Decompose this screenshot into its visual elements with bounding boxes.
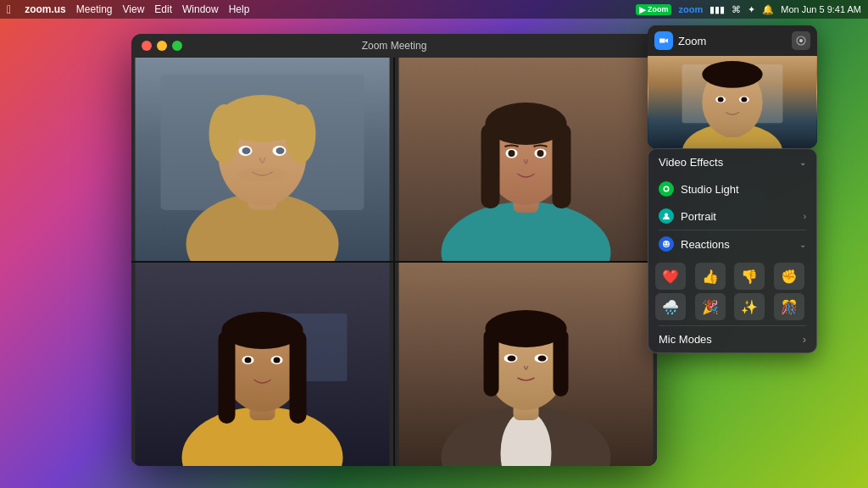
video-effects-chevron-icon[interactable]: ⌄ <box>799 158 806 167</box>
menubar-left:  zoom.us Meeting View Edit Window Help <box>7 3 249 16</box>
traffic-lights[interactable] <box>142 41 182 51</box>
svg-point-10 <box>242 147 251 154</box>
mic-modes-item[interactable]: Mic Modes › <box>648 326 816 352</box>
svg-rect-42 <box>484 329 499 396</box>
video-effects-title: Video Effects <box>659 156 723 169</box>
svg-point-12 <box>237 168 288 181</box>
svg-rect-19 <box>553 124 571 208</box>
menubar:  zoom.us Meeting View Edit Window Help … <box>0 0 868 19</box>
camera-app-label: Zoom <box>648 5 669 14</box>
zoom-mini-window: Zoom <box>648 25 817 148</box>
svg-point-62 <box>665 187 668 191</box>
zoom-mini-settings-button[interactable] <box>792 31 810 50</box>
reactions-grid: ❤️ 👍 👎 ✊ 🌧️ 🎉 ✨ 🎊 <box>648 258 816 325</box>
portrait-icon <box>659 208 674 224</box>
svg-point-47 <box>538 356 547 362</box>
close-button[interactable] <box>142 41 152 51</box>
reaction-sparkle[interactable]: ✨ <box>734 293 765 320</box>
menu-window[interactable]: Window <box>182 3 219 15</box>
menu-edit[interactable]: Edit <box>154 3 172 15</box>
video-effects-header: Video Effects ⌄ <box>648 149 816 175</box>
studio-light-icon <box>659 181 674 197</box>
studio-light-label: Studio Light <box>681 183 806 196</box>
menu-help[interactable]: Help <box>229 3 250 15</box>
minimize-button[interactable] <box>157 41 167 51</box>
video-effects-panel: Video Effects ⌄ Studio Light Portrait › <box>648 148 817 353</box>
app-name[interactable]: zoom.us <box>25 3 66 15</box>
svg-point-56 <box>702 61 762 88</box>
reactions-label: Reactions <box>681 238 793 251</box>
zoom-mini-titlebar: Zoom <box>648 25 817 56</box>
svg-rect-31 <box>290 330 307 424</box>
svg-point-59 <box>718 97 724 103</box>
reaction-confetti[interactable]: 🎊 <box>774 293 804 320</box>
reactions-icon <box>659 236 674 252</box>
mic-modes-label: Mic Modes <box>659 333 712 346</box>
video-grid <box>131 58 657 466</box>
reactions-item[interactable]: Reactions ⌄ <box>648 230 816 258</box>
studio-light-item[interactable]: Studio Light <box>648 175 816 202</box>
notification-icon: 🔔 <box>762 4 774 15</box>
svg-rect-30 <box>219 330 236 424</box>
zoom-meeting-window: Zoom Meeting <box>131 34 657 466</box>
reaction-heart[interactable]: ❤️ <box>655 263 686 290</box>
wifi-icon: ⌘ <box>732 4 741 15</box>
reaction-thumbsup[interactable]: 👍 <box>695 263 726 290</box>
svg-point-6 <box>209 104 240 164</box>
reaction-thumbsdown[interactable]: 👎 <box>734 263 765 290</box>
bluetooth-icon: ✦ <box>748 4 755 15</box>
battery-icon: ▮▮▮ <box>709 4 725 15</box>
svg-point-60 <box>741 97 747 103</box>
zoom-logo-menubar: zoom <box>678 4 703 14</box>
video-cell-1 <box>131 58 393 261</box>
svg-point-46 <box>508 356 516 362</box>
zoom-mini-video <box>648 56 817 148</box>
svg-point-65 <box>664 242 665 244</box>
reactions-chevron-icon: ⌄ <box>799 240 806 249</box>
portrait-item[interactable]: Portrait › <box>648 202 816 230</box>
svg-point-34 <box>245 358 252 363</box>
time-display: Mon Jun 5 9:41 AM <box>781 4 861 14</box>
svg-point-49 <box>799 39 803 42</box>
zoom-logo <box>654 31 673 50</box>
zoom-titlebar: Zoom Meeting <box>131 34 657 58</box>
svg-point-63 <box>665 214 668 217</box>
svg-rect-18 <box>481 124 500 208</box>
reaction-fist[interactable]: ✊ <box>774 263 804 290</box>
portrait-chevron-icon: › <box>804 212 806 221</box>
camera-status-badge: ▶ Zoom <box>636 4 672 15</box>
svg-point-7 <box>286 104 316 164</box>
video-cell-2 <box>395 58 657 261</box>
svg-rect-43 <box>554 329 569 396</box>
reaction-party[interactable]: 🎉 <box>695 293 726 320</box>
menu-meeting[interactable]: Meeting <box>76 3 113 15</box>
portrait-label: Portrait <box>681 210 797 223</box>
window-title: Zoom Meeting <box>362 40 427 52</box>
reaction-cloud[interactable]: 🌧️ <box>655 293 686 320</box>
menu-view[interactable]: View <box>123 3 145 15</box>
svg-point-22 <box>509 150 515 157</box>
svg-point-11 <box>276 147 285 154</box>
svg-point-66 <box>667 242 669 244</box>
zoom-mini-app-name: Zoom <box>678 35 787 47</box>
mic-modes-chevron-icon: › <box>803 333 806 346</box>
menubar-right: ▶ Zoom zoom ▮▮▮ ⌘ ✦ 🔔 Mon Jun 5 9:41 AM <box>636 4 861 15</box>
maximize-button[interactable] <box>172 41 182 51</box>
camera-icon: ▶ <box>639 5 646 14</box>
apple-menu[interactable]:  <box>7 3 11 16</box>
svg-point-23 <box>537 150 544 157</box>
video-cell-3 <box>131 263 393 466</box>
video-cell-4 <box>395 263 657 466</box>
svg-point-35 <box>274 358 281 363</box>
